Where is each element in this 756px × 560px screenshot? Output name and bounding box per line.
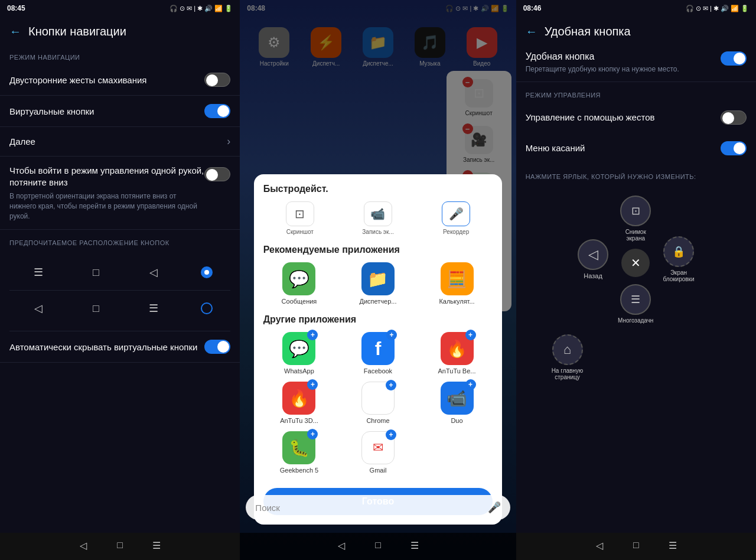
screenshot-dial-icon: ⊡ [620, 196, 651, 226]
back-arrow-1[interactable]: ← [9, 25, 21, 38]
gesture-label: Управление с помощью жестов [526, 112, 655, 122]
microphone-icon[interactable]: 🎤 [488, 501, 501, 514]
whatsapp-add-icon[interactable]: + [307, 330, 318, 340]
layout-radio-2[interactable] [201, 302, 213, 314]
app-antutu1[interactable]: + 🔥 AnTuTu Be... [421, 332, 493, 375]
dial-back-btn[interactable]: ◁ Назад [578, 239, 608, 279]
btn-menu-icon[interactable]: ☰ [28, 262, 49, 283]
one-hand-toggle[interactable] [204, 167, 230, 181]
btn-menu-icon-2[interactable]: ☰ [143, 298, 164, 319]
touch-row[interactable]: Меню касаний [516, 133, 756, 164]
virtual-buttons-toggle[interactable] [204, 104, 230, 118]
facebook-add-icon[interactable]: + [386, 330, 397, 340]
next-row[interactable]: Далее › [0, 127, 240, 157]
nav-home-2[interactable]: □ [372, 539, 384, 552]
section-control-label: РЕЖИМ УПРАВЛЕНИЯ [516, 82, 756, 102]
app-duo[interactable]: + 📹 Duo [421, 382, 493, 424]
status-bar-1: 08:45 🎧 ⊙ ✉ | ✱ 🔊 📶 🔋 [0, 0, 240, 17]
nav-bar-2: ◁ □ ☰ [240, 533, 516, 560]
recommended-apps-grid: 💬 Сообщения 📁 Диспетчер... 🧮 Калькулят..… [263, 262, 493, 305]
touch-toggle[interactable] [721, 141, 747, 155]
duo-add-icon[interactable]: + [465, 379, 476, 390]
quick-recorder[interactable]: 🎤 Рекордер [419, 201, 493, 235]
layout-radio-1[interactable] [201, 266, 213, 278]
one-hand-title: Чтобы войти в режим управления одной рук… [9, 165, 204, 188]
nav-back-2[interactable]: ◁ [335, 539, 348, 552]
dial-home-area: ⌂ На главнуюстраницу [516, 334, 756, 380]
antutu2-label: AnTuTu 3D... [280, 417, 318, 424]
shortcut-layout: ◁ Назад ⊡ Снимокэкрана ✕ ☰ Многозадачн [516, 190, 756, 330]
status-icons-3: 🎧 ⊙ ✉ | ✱ 🔊 📶 🔋 [686, 5, 749, 12]
auto-hide-toggle[interactable] [204, 340, 230, 354]
chrome-add-icon[interactable]: + [386, 380, 396, 390]
nav-back-1[interactable]: ◁ [77, 539, 90, 552]
geekbench-add-icon[interactable]: + [307, 429, 318, 439]
btn-home-icon-2[interactable]: □ [85, 298, 106, 319]
geekbench-label: Geekbench 5 [280, 467, 318, 474]
quick-screenshot-label: Скриншот [286, 229, 314, 235]
multitask-dial-icon: ☰ [620, 284, 651, 315]
calc-rec-icon: 🧮 [441, 262, 474, 295]
gesture-row[interactable]: Управление с помощью жестов [516, 102, 756, 133]
app-calc-rec[interactable]: 🧮 Калькулят... [421, 262, 493, 305]
panel1-header: ← Кнопки навигации [0, 17, 240, 44]
one-hand-row[interactable]: Чтобы войти в режим управления одной рук… [0, 157, 240, 230]
feature-toggle[interactable] [721, 51, 747, 66]
btn-back-icon-2[interactable]: ◁ [28, 298, 49, 319]
dual-swipe-toggle[interactable] [204, 73, 230, 87]
app-chrome[interactable]: + ◉ Chrome [342, 382, 414, 424]
shortcut-section: ◁ Назад ⊡ Снимокэкрана ✕ ☰ Многозадачн [516, 184, 756, 386]
section-shortcut-label: НАЖМИТЕ ЯРЛЫК, КОТОРЫЙ НУЖНО ИЗМЕНИТЬ: [516, 164, 756, 184]
antutu2-add-icon[interactable]: + [307, 379, 318, 390]
dial-lockscreen-btn[interactable]: 🔒 Экранблокировки [663, 236, 694, 282]
panel-navigation-buttons: 08:45 🎧 ⊙ ✉ | ✱ 🔊 📶 🔋 ← Кнопки навигации… [0, 0, 240, 560]
back-dial-icon: ◁ [578, 239, 608, 270]
app-gmail[interactable]: + ✉ Gmail [342, 431, 414, 474]
popup-overlay: Быстродейст. ⊡ Скриншот 📹 Запись эк... 🎤… [240, 0, 516, 560]
touch-label: Меню касаний [526, 143, 585, 153]
status-icons-1: 🎧 ⊙ ✉ | ✱ 🔊 📶 🔋 [170, 5, 233, 12]
quick-screenshot[interactable]: ⊡ Скриншот [263, 201, 337, 235]
facebook-icon: + f [361, 332, 395, 365]
antutu1-add-icon[interactable]: + [465, 330, 476, 340]
nav-home-1[interactable]: □ [113, 539, 126, 552]
dial-multitask-btn[interactable]: ☰ Многозадачн [618, 284, 653, 324]
dial-home-btn[interactable]: ⌂ На главнуюстраницу [552, 334, 584, 380]
nav-back-3[interactable]: ◁ [593, 539, 606, 552]
app-dispatcher-rec[interactable]: 📁 Диспетчер... [342, 262, 414, 305]
nav-home-3[interactable]: □ [630, 539, 643, 552]
screenshot-dial-label: Снимокэкрана [625, 229, 646, 242]
quick-record-icon: 📹 [364, 201, 392, 226]
section-nav-label: РЕЖИМ НАВИГАЦИИ [0, 44, 240, 64]
quick-recorder-label: Рекордер [443, 229, 469, 235]
btn-home-icon[interactable]: □ [85, 262, 106, 283]
quick-record[interactable]: 📹 Запись эк... [341, 201, 415, 235]
app-messages[interactable]: 💬 Сообщения [263, 262, 335, 305]
gmail-icon: + ✉ [361, 431, 395, 464]
back-arrow-3[interactable]: ← [526, 25, 537, 38]
messages-app-label: Сообщения [282, 298, 317, 305]
nav-menu-3[interactable]: ☰ [666, 539, 679, 552]
gmail-add-icon[interactable]: + [386, 429, 396, 440]
multitask-dial-label: Многозадачн [618, 317, 653, 324]
app-geekbench[interactable]: + 🐛 Geekbench 5 [263, 431, 335, 474]
app-antutu2[interactable]: + 🔥 AnTuTu 3D... [263, 382, 335, 424]
nav-menu-2[interactable]: ☰ [408, 539, 421, 552]
auto-hide-row[interactable]: Автоматически скрывать виртуальные кнопк… [0, 331, 240, 363]
other-section-title: Другие приложения [263, 314, 493, 325]
gesture-toggle[interactable] [721, 110, 747, 125]
status-time-1: 08:45 [7, 4, 25, 12]
one-hand-sub: В портретной ориентации экрана потяните … [9, 191, 204, 221]
feature-toggle-section: Удобная кнопка Перетащите удобную кнопку… [516, 44, 756, 82]
duo-label: Duo [451, 417, 462, 424]
search-bar[interactable]: Поиск 🎤 [246, 495, 510, 520]
dual-swipe-row[interactable]: Двусторонние жесты смахивания [0, 64, 240, 96]
app-whatsapp[interactable]: + 💬 WhatsApp [263, 332, 335, 375]
quick-screenshot-icon: ⊡ [286, 201, 314, 226]
nav-menu-1[interactable]: ☰ [150, 539, 163, 552]
center-x-btn[interactable]: ✕ [621, 249, 650, 277]
btn-back-icon[interactable]: ◁ [143, 262, 164, 283]
app-facebook[interactable]: + f Facebook [342, 332, 414, 375]
virtual-buttons-row[interactable]: Виртуальные кнопки [0, 96, 240, 127]
dial-screenshot-btn[interactable]: ⊡ Снимокэкрана [620, 196, 651, 242]
